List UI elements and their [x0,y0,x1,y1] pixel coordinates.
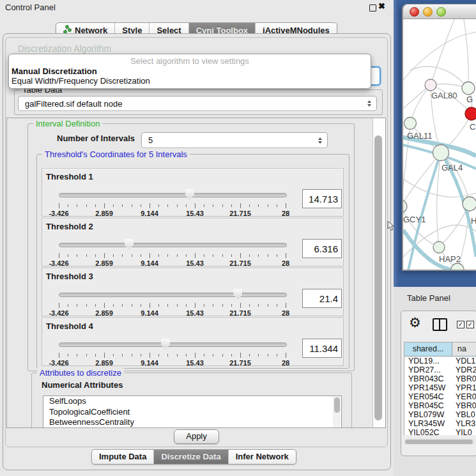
threshold-value-field[interactable] [302,289,342,308]
network-node-label: HAP2 [439,254,461,264]
gear-icon[interactable]: ⚙ [409,315,421,330]
cell-shared-name[interactable]: YBL079W [404,410,453,419]
cell-shared-name[interactable]: YIL052C [404,428,453,435]
slider-thumb[interactable] [125,239,134,250]
table-row[interactable]: YDL19...YDL1 [404,357,476,365]
tick-mark [132,254,132,257]
tick-mark [277,254,277,257]
attribute-list-item[interactable]: BetweennessCentrality [43,417,341,428]
slider-thumb[interactable] [185,189,194,200]
cell-shared-name[interactable]: YBR045C [404,401,453,410]
table-data-combo[interactable]: galFiltered.sif default node [18,96,377,111]
network-node[interactable] [463,197,476,211]
number-of-intervals-label: Number of Intervals [57,134,135,143]
table-row[interactable]: YER054CYER0 [404,392,476,401]
tab-discretize-data[interactable]: Discretize Data [153,450,227,464]
table-row[interactable]: YBR045CYBR0 [404,401,476,410]
cell-shared-name[interactable]: YLR345W [404,419,453,428]
threshold-slider[interactable]: -3.4262.8599.14415.4321.71528 [59,188,286,216]
column-header-shared-name[interactable]: shared... [404,342,452,356]
cell-name[interactable]: YBL0 [453,410,476,419]
dropdown-item-manual[interactable]: Manual Discretization [12,66,97,76]
cell-shared-name[interactable]: YBR043C [404,374,453,383]
threshold-value-field[interactable] [302,239,342,258]
network-node[interactable] [433,242,445,253]
checkbox-icon[interactable]: ✓ [457,321,464,328]
threshold-value-field[interactable] [302,189,342,208]
tick-mark [167,204,168,207]
tick-mark [186,254,187,257]
minimize-window-icon[interactable] [423,7,433,17]
cell-name[interactable]: YDL1 [453,357,476,365]
cell-name[interactable]: YER0 [453,392,476,401]
checkbox-icon[interactable]: ✓ [466,321,474,328]
threshold-slider[interactable]: -3.4262.8599.14415.4321.71528 [59,288,286,316]
tab-impute-data[interactable]: Impute Data [92,450,153,464]
slider-thumb[interactable] [233,289,242,300]
threshold-value-field[interactable] [302,339,342,358]
close-icon[interactable]: ✖ [378,1,385,11]
network-node[interactable] [433,145,449,161]
tick-label: 2.859 [88,359,120,367]
slider-track[interactable] [59,293,287,297]
network-node[interactable] [465,107,476,120]
cell-shared-name[interactable]: YER054C [404,392,453,401]
close-window-icon[interactable] [410,7,419,17]
cell-name[interactable]: YDR2 [453,365,476,374]
cell-shared-name[interactable]: YDL19... [404,357,453,365]
slider-track[interactable] [59,342,287,347]
number-of-intervals-combo[interactable]: 5 [141,132,328,148]
cell-name[interactable]: YBR0 [453,374,476,383]
network-canvas[interactable]: GAL80GCGAL11GAL4GCY1HHAP2 [403,19,476,270]
scrollbar-thumb[interactable] [374,135,382,420]
cell-shared-name[interactable]: YDR27... [404,365,453,374]
tick-mark [258,304,259,307]
tick-mark [204,254,204,257]
tick-mark [258,204,259,207]
horizontal-scrollbar[interactable] [404,438,475,445]
horizontal-scrollbar-thumb[interactable] [405,440,473,444]
tick-mark [286,303,286,308]
cell-name[interactable]: YPR1 [453,383,476,392]
table-row[interactable]: YPR145WYPR1 [404,383,476,392]
numerical-attributes-list[interactable]: SelfLoopsTopologicalCoefficientBetweenne… [43,395,342,428]
cell-name[interactable]: YBR0 [453,401,476,410]
network-node[interactable] [404,118,417,130]
table-row[interactable]: YLR345WYLR3 [404,419,476,428]
tick-mark [132,204,132,207]
tick-mark [177,204,178,207]
tick-label: 21.715 [224,359,256,367]
threshold-slider[interactable]: -3.4262.8599.14415.4321.71528 [59,238,286,266]
table-row[interactable]: YDR27...YDR2 [404,365,476,374]
column-layout-icon[interactable] [433,318,447,331]
float-window-icon[interactable] [369,4,376,12]
slider-track[interactable] [59,193,287,197]
cell-name[interactable]: YLR3 [453,419,476,428]
zoom-window-icon[interactable] [436,7,446,17]
tick-mark [141,254,141,257]
network-window-titlebar[interactable] [403,4,476,19]
table-row[interactable]: YBL079WYBL0 [404,410,476,419]
network-node[interactable] [425,79,436,91]
dropdown-item-equal-width[interactable]: Equal Width/Frequency Discretization [12,76,150,86]
column-header-name[interactable]: na [452,342,476,356]
threshold-slider[interactable]: -3.4262.8599.14415.4321.71528 [59,337,286,365]
table-row[interactable]: YBR043CYBR0 [404,374,476,383]
tab-infer-network[interactable]: Infer Network [228,450,296,464]
tick-label: 28 [270,210,302,217]
tick-mark [141,204,141,207]
threshold-panel-1: Threshold 1 -3.4262.8599.14415.4321.7152… [42,168,344,217]
cell-shared-name[interactable]: YPR145W [404,383,453,392]
network-node[interactable] [451,263,464,270]
table-row[interactable]: YIL052CYIL0 [404,428,476,435]
attribute-list-item[interactable]: SelfLoops [43,396,341,407]
attribute-list-item[interactable]: TopologicalCoefficient [43,407,341,418]
network-node[interactable] [462,82,475,95]
list-scrollbar[interactable] [333,397,341,428]
slider-track[interactable] [59,243,287,247]
network-node[interactable] [403,200,407,213]
apply-button[interactable]: Apply [174,429,219,444]
network-node-label: GCY1 [403,215,426,224]
cell-name[interactable]: YIL0 [453,428,476,435]
slider-thumb[interactable] [161,339,170,349]
